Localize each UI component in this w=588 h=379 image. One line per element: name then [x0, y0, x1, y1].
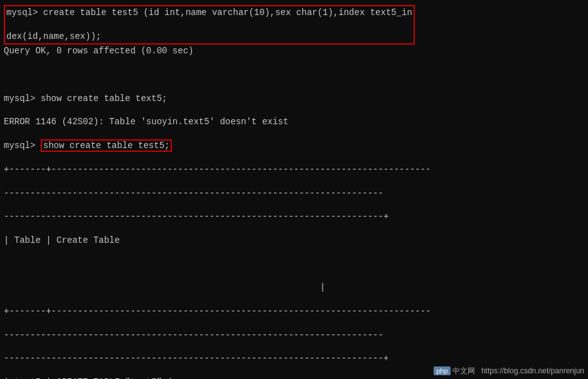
- terminal-line-12: [4, 258, 584, 272]
- terminal-line-14: +-------+-------------------------------…: [4, 305, 584, 319]
- terminal-line-11: | Table | Create Table: [4, 234, 584, 248]
- watermark: php 中文网 https://blog.csdn.net/panrenjun: [434, 366, 584, 376]
- terminal-line-15: ----------------------------------------…: [4, 329, 584, 343]
- terminal-line-3: Query OK, 0 rows affected (0.00 sec): [4, 45, 584, 58]
- php-badge: php: [434, 366, 450, 375]
- terminal-line-4: [4, 68, 584, 82]
- watermark-url: https://blog.csdn.net/panrenjun: [481, 366, 584, 375]
- terminal-line-10: ----------------------------------------…: [4, 210, 584, 224]
- watermark-cn: 中文网: [452, 366, 475, 375]
- terminal-line-2: dex(id,name,sex));: [6, 30, 412, 44]
- terminal-line-5: mysql> show create table text5;: [4, 92, 584, 106]
- terminal-line-9: ----------------------------------------…: [4, 187, 584, 201]
- terminal-window: mysql> create table test5 (id int,name v…: [0, 0, 588, 379]
- terminal-line-8: +-------+-------------------------------…: [4, 163, 584, 177]
- terminal-content: mysql> create table test5 (id int,name v…: [4, 5, 584, 379]
- terminal-line-16: ----------------------------------------…: [4, 352, 584, 366]
- terminal-line-13: |: [4, 281, 584, 295]
- terminal-line-6: ERROR 1146 (42S02): Table 'suoyin.text5'…: [4, 115, 584, 129]
- terminal-line-1: mysql> create table test5 (id int,name v…: [6, 6, 412, 20]
- terminal-line-7: mysql> show create table test5;: [4, 139, 584, 153]
